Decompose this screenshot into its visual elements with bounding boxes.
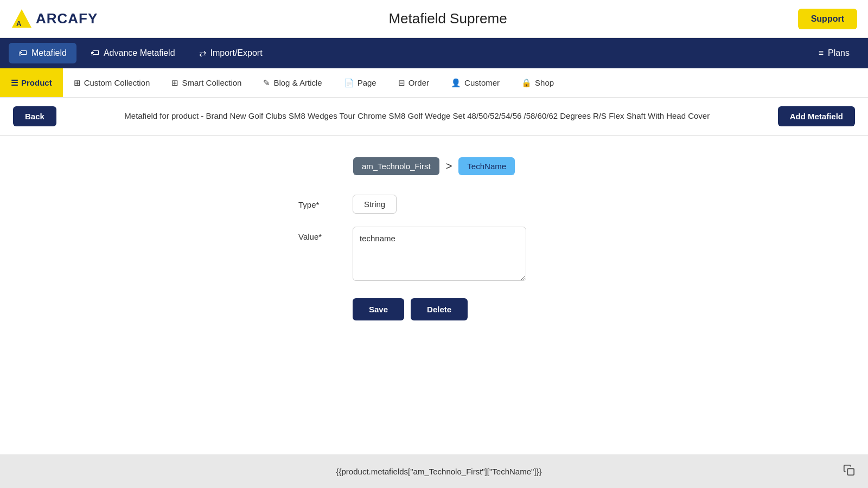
nav-item-metafield-label: Metafield: [31, 48, 67, 58]
nav-item-import-label: Import/Export: [210, 48, 263, 58]
shop-icon: 🔒: [521, 78, 532, 88]
sub-nav-shop-label: Shop: [535, 78, 554, 87]
nav-item-advance-metafield[interactable]: 🏷 Advance Metafield: [81, 43, 185, 63]
logo-text: ARCAFY: [36, 10, 98, 27]
plans-label: Plans: [828, 48, 850, 58]
product-title: Metafield for product - Brand New Golf C…: [56, 110, 778, 123]
sub-nav-item-order[interactable]: ⊟ Order: [387, 68, 440, 97]
save-button[interactable]: Save: [353, 298, 404, 320]
page-title: Metafield Supreme: [388, 10, 507, 27]
logo: A ARCAFY: [11, 8, 98, 30]
import-icon: ⇄: [199, 48, 206, 59]
sub-nav-item-custom-collection[interactable]: ⊞ Custom Collection: [63, 68, 161, 97]
nav-item-advance-label: Advance Metafield: [104, 48, 175, 58]
sub-nav-blog-label: Blog & Article: [273, 78, 322, 87]
person-icon: 👤: [451, 78, 461, 88]
key-badge: TechName: [458, 157, 515, 175]
sub-nav-custom-label: Custom Collection: [84, 78, 150, 87]
sub-nav-product-label: Product: [21, 78, 52, 87]
copy-icon[interactable]: [843, 464, 855, 479]
sub-nav-item-page[interactable]: 📄 Page: [333, 68, 387, 97]
nav-bar: 🏷 Metafield 🏷 Advance Metafield ⇄ Import…: [0, 38, 868, 68]
tag2-icon: 🏷: [91, 48, 99, 58]
value-label: Value*: [298, 227, 353, 241]
logo-icon: A: [11, 8, 33, 30]
sub-nav-order-label: Order: [409, 78, 429, 87]
type-value: String: [353, 195, 397, 214]
page-icon: 📄: [344, 78, 354, 88]
type-row: Type* String: [298, 195, 570, 214]
sub-nav-item-product[interactable]: ☰ Product: [0, 68, 63, 97]
table2-icon: ⊞: [171, 78, 178, 88]
tag-icon: 🏷: [18, 48, 27, 58]
sub-nav-item-blog-article[interactable]: ✎ Blog & Article: [252, 68, 333, 97]
form-area: am_Technolo_First > TechName Type* Strin…: [0, 136, 868, 342]
sub-nav-page-label: Page: [358, 78, 376, 87]
back-button[interactable]: Back: [13, 106, 56, 126]
nav-item-metafield[interactable]: 🏷 Metafield: [9, 43, 76, 63]
sub-nav-item-smart-collection[interactable]: ⊞ Smart Collection: [161, 68, 252, 97]
add-metafield-button[interactable]: Add Metafield: [778, 106, 855, 126]
order-icon: ⊟: [398, 78, 405, 88]
nav-item-import-export[interactable]: ⇄ Import/Export: [189, 43, 272, 64]
list-icon: ☰: [11, 78, 18, 88]
sub-nav-item-shop[interactable]: 🔒 Shop: [510, 68, 565, 97]
sub-nav: ☰ Product ⊞ Custom Collection ⊞ Smart Co…: [0, 68, 868, 98]
delete-button[interactable]: Delete: [411, 298, 468, 320]
sub-nav-smart-label: Smart Collection: [182, 78, 241, 87]
namespace-badge: am_Technolo_First: [353, 157, 439, 175]
value-textarea[interactable]: techname: [353, 227, 526, 281]
nav-plans[interactable]: ≡ Plans: [809, 43, 859, 63]
form-actions: Save Delete: [298, 298, 570, 320]
svg-marker-0: [12, 9, 31, 28]
blog-icon: ✎: [263, 78, 270, 88]
content-header: Back Metafield for product - Brand New G…: [0, 98, 868, 136]
svg-rect-2: [847, 468, 854, 475]
nav-left: 🏷 Metafield 🏷 Advance Metafield ⇄ Import…: [9, 43, 272, 64]
type-label: Type*: [298, 195, 353, 209]
plans-icon: ≡: [819, 48, 824, 58]
footer-bar: {{product.metafields["am_Technolo_First"…: [0, 454, 868, 488]
breadcrumb: am_Technolo_First > TechName: [353, 157, 515, 175]
footer-code: {{product.metafields["am_Technolo_First"…: [35, 467, 843, 476]
arrow: >: [446, 160, 452, 172]
value-row: Value* techname: [298, 227, 570, 281]
svg-text:A: A: [16, 20, 22, 28]
sub-nav-item-customer[interactable]: 👤 Customer: [440, 68, 510, 97]
table-icon: ⊞: [74, 78, 81, 88]
header: A ARCAFY Metafield Supreme Support: [0, 0, 868, 38]
sub-nav-customer-label: Customer: [464, 78, 500, 87]
support-button[interactable]: Support: [798, 9, 857, 29]
